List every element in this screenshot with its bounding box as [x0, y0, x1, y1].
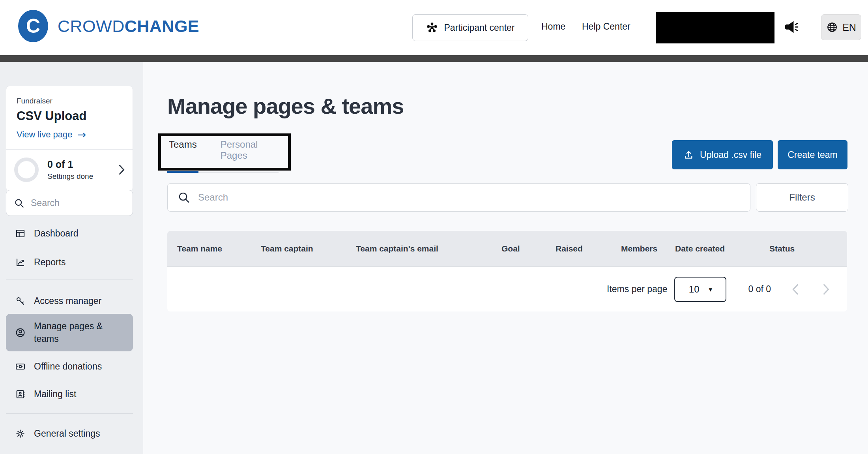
tab-teams[interactable]: Teams	[167, 139, 198, 172]
fundraiser-card: Fundraiser CSV Upload View live page → 0…	[6, 86, 133, 192]
language-code: EN	[842, 22, 856, 33]
previous-page-button[interactable]	[792, 284, 799, 295]
page-size-select[interactable]: 10 ▾	[674, 277, 726, 302]
upload-csv-button[interactable]: Upload .csv file	[672, 140, 773, 169]
sidebar-divider	[6, 280, 133, 280]
top-header: C CROWDCHANGE Participant center Home He…	[0, 0, 868, 55]
crowdchange-logo-icon: C	[18, 10, 48, 42]
sidebar-item-label: General settings	[34, 428, 100, 439]
column-date-created: Date created	[675, 244, 769, 253]
sidebar-search-input[interactable]: Search	[6, 190, 133, 216]
network-hub-icon	[426, 22, 438, 34]
header-divider	[650, 17, 650, 39]
column-members: Members	[621, 244, 675, 253]
accent-topbar	[0, 55, 868, 62]
nav-help-center-link[interactable]: Help Center	[582, 21, 630, 32]
sidebar-item-label: Reports	[34, 257, 66, 268]
sidebar-item-label: Access manager	[34, 296, 101, 306]
column-team-captain: Team captain	[261, 244, 356, 253]
fundraiser-eyebrow: Fundraiser	[17, 97, 122, 105]
arrow-right-icon: →	[77, 129, 86, 140]
sidebar-item-general-settings[interactable]: General settings	[6, 424, 133, 443]
banknote-icon	[15, 361, 26, 372]
sidebar-item-manage-pages-teams[interactable]: Manage pages & teams	[6, 314, 133, 351]
table-header-row: Team name Team captain Team captain's em…	[167, 231, 847, 267]
sidebar: Fundraiser CSV Upload View live page → 0…	[0, 62, 143, 454]
settings-progress-row[interactable]: 0 of 1 Settings done	[6, 150, 133, 191]
dashboard-icon	[15, 228, 26, 239]
sidebar-divider	[6, 413, 133, 414]
page-title: Manage pages & teams	[167, 93, 404, 119]
logo-initial: C	[26, 15, 40, 38]
teams-table: Team name Team captain Team captain's em…	[167, 231, 847, 311]
view-live-page-label: View live page	[17, 129, 72, 140]
redacted-account-area[interactable]	[656, 12, 774, 43]
progress-count: 0 of 1	[47, 159, 93, 170]
chevron-right-icon	[823, 284, 829, 295]
brand-wordmark: CROWDCHANGE	[58, 17, 199, 36]
user-circle-icon	[15, 327, 26, 338]
teams-search-input[interactable]: Search	[167, 183, 750, 212]
column-team-name: Team name	[177, 244, 261, 253]
create-team-label: Create team	[788, 150, 838, 160]
participant-center-button[interactable]: Participant center	[412, 14, 528, 41]
sidebar-search-placeholder: Search	[31, 198, 60, 208]
announcements-button[interactable]	[783, 18, 801, 36]
create-team-button[interactable]: Create team	[778, 140, 847, 169]
table-pagination-row: Items per page 10 ▾ 0 of 0	[167, 267, 847, 311]
progress-caption: Settings done	[47, 172, 93, 181]
reports-chart-icon	[15, 257, 26, 268]
filters-label: Filters	[789, 192, 815, 203]
sidebar-item-label: Dashboard	[34, 228, 79, 239]
fundraiser-card-top: Fundraiser CSV Upload View live page →	[6, 86, 133, 149]
brand-word-change: CHANGE	[125, 17, 199, 36]
column-team-captain-email: Team captain's email	[356, 244, 501, 253]
sidebar-item-mailing-list[interactable]: Mailing list	[6, 385, 133, 403]
next-page-button[interactable]	[823, 284, 829, 295]
tab-row: Teams Personal Pages	[167, 139, 279, 173]
upload-icon	[683, 150, 694, 160]
tab-personal-pages[interactable]: Personal Pages	[219, 139, 279, 172]
sidebar-item-label: Manage pages & teams	[34, 320, 115, 345]
brand-word-crowd: CROWD	[58, 17, 125, 36]
globe-icon	[826, 21, 838, 33]
key-icon	[15, 296, 26, 306]
chevron-left-icon	[792, 284, 799, 295]
crowdchange-logo[interactable]: C CROWDCHANGE	[18, 10, 199, 42]
participant-center-label: Participant center	[444, 23, 515, 33]
megaphone-icon	[783, 18, 801, 36]
column-raised: Raised	[556, 244, 621, 253]
sidebar-item-dashboard[interactable]: Dashboard	[6, 224, 133, 243]
sidebar-item-access-manager[interactable]: Access manager	[6, 291, 133, 310]
gear-icon	[15, 428, 26, 439]
view-live-page-link[interactable]: View live page →	[17, 129, 122, 140]
sidebar-item-offline-donations[interactable]: Offline donations	[6, 357, 133, 376]
sidebar-item-reports[interactable]: Reports	[6, 253, 133, 272]
column-status: Status	[769, 244, 847, 253]
address-book-icon	[15, 389, 26, 400]
manage-pages-teams-page: C CROWDCHANGE Participant center Home He…	[0, 0, 868, 454]
sidebar-item-label: Offline donations	[34, 361, 102, 372]
progress-texts: 0 of 1 Settings done	[47, 159, 93, 181]
search-icon	[178, 191, 190, 204]
fundraiser-title: CSV Upload	[17, 109, 122, 123]
tabs: Teams Personal Pages	[167, 139, 279, 173]
search-icon	[14, 198, 24, 208]
pagination-range: 0 of 0	[748, 284, 771, 295]
column-goal: Goal	[501, 244, 556, 253]
teams-search-placeholder: Search	[198, 192, 228, 203]
nav-home-link[interactable]: Home	[541, 21, 565, 32]
upload-csv-label: Upload .csv file	[700, 150, 761, 160]
language-selector[interactable]: EN	[821, 14, 861, 40]
items-per-page-label: Items per page	[607, 284, 667, 295]
filters-button[interactable]: Filters	[756, 183, 848, 212]
progress-ring-icon	[14, 158, 39, 182]
page-size-value: 10	[689, 284, 700, 295]
caret-down-icon: ▾	[709, 285, 713, 293]
chevron-right-icon	[119, 165, 125, 175]
sidebar-item-label: Mailing list	[34, 389, 76, 400]
